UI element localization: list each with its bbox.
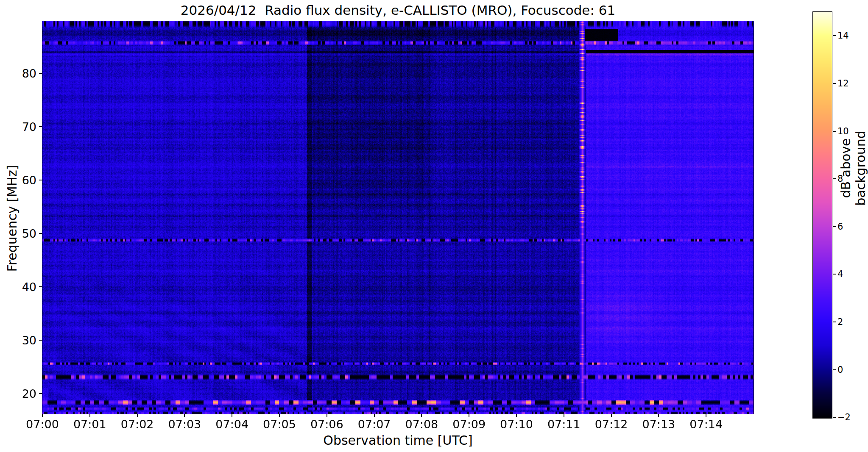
x-tick-mark — [516, 414, 517, 417]
x-tick-label: 07:13 — [642, 419, 675, 430]
x-tick-mark — [611, 414, 612, 417]
y-tick-mark — [39, 340, 42, 341]
x-tick-mark — [89, 414, 90, 417]
colorbar-tick-label: 4 — [837, 270, 843, 279]
y-tick-mark — [39, 126, 42, 127]
x-tick-label: 07:00 — [26, 419, 59, 430]
plot-area — [42, 21, 754, 414]
colorbar-tick-label: 0 — [837, 366, 843, 374]
spectrogram-figure: 2026/04/12 Radio flux density, e-CALLIST… — [0, 0, 868, 452]
colorbar-tick-label: 12 — [837, 79, 849, 88]
colorbar-tick-mark — [833, 417, 836, 418]
colorbar-label: dB above background — [838, 107, 868, 230]
x-tick-label: 07:02 — [121, 419, 154, 430]
x-tick-label: 07:12 — [595, 419, 628, 430]
x-tick-mark — [374, 414, 375, 417]
x-tick-label: 07:03 — [168, 419, 201, 430]
x-tick-mark — [137, 414, 138, 417]
y-tick-label: 80 — [0, 68, 36, 79]
x-tick-mark — [184, 414, 185, 417]
x-tick-label: 07:01 — [73, 419, 106, 430]
x-tick-mark — [564, 414, 564, 417]
y-axis-label: Frequency [MHz] — [5, 151, 20, 286]
colorbar-tick-mark — [833, 178, 836, 179]
x-tick-mark — [469, 414, 469, 417]
x-tick-label: 07:06 — [310, 419, 343, 430]
colorbar-tick-mark — [833, 322, 836, 322]
y-tick-label: 20 — [0, 388, 36, 399]
chart-title: 2026/04/12 Radio flux density, e-CALLIST… — [42, 3, 754, 18]
colorbar-tick-mark — [833, 369, 836, 370]
y-tick-label: 50 — [0, 228, 36, 239]
x-tick-label: 07:08 — [405, 419, 438, 430]
y-tick-label: 40 — [0, 281, 36, 293]
colorbar-tick-label: 14 — [837, 31, 849, 40]
x-tick-label: 07:04 — [215, 419, 248, 430]
x-tick-label: 07:14 — [689, 419, 723, 430]
y-tick-mark — [39, 180, 42, 180]
x-tick-mark — [327, 414, 327, 417]
x-tick-mark — [232, 414, 232, 417]
colorbar-tick-mark — [833, 226, 836, 227]
y-tick-mark — [39, 233, 42, 234]
x-tick-mark — [421, 414, 422, 417]
x-tick-label: 07:10 — [500, 419, 533, 430]
y-tick-mark — [39, 73, 42, 74]
colorbar-tick-mark — [833, 131, 836, 132]
y-tick-label: 60 — [0, 175, 36, 186]
colorbar-tick-mark — [833, 274, 836, 275]
y-tick-label: 30 — [0, 335, 36, 346]
colorbar-gradient — [813, 12, 832, 418]
colorbar-tick-mark — [833, 83, 836, 84]
x-tick-label: 07:05 — [263, 419, 296, 430]
x-tick-label: 07:11 — [547, 419, 581, 430]
x-tick-label: 07:07 — [358, 419, 391, 430]
x-tick-mark — [706, 414, 706, 417]
x-tick-mark — [279, 414, 280, 417]
colorbar-tick-label: 2 — [837, 318, 843, 327]
x-tick-mark — [658, 414, 659, 417]
x-tick-mark — [42, 414, 43, 417]
spectrogram-image — [42, 21, 754, 414]
x-tick-label: 07:09 — [452, 419, 486, 430]
y-tick-label: 70 — [0, 121, 36, 133]
colorbar — [812, 11, 832, 419]
colorbar-tick-mark — [833, 35, 836, 36]
y-tick-mark — [39, 286, 42, 287]
x-axis-label: Observation time [UTC] — [42, 433, 754, 448]
colorbar-tick-label: −2 — [837, 413, 851, 422]
y-tick-mark — [39, 393, 42, 394]
